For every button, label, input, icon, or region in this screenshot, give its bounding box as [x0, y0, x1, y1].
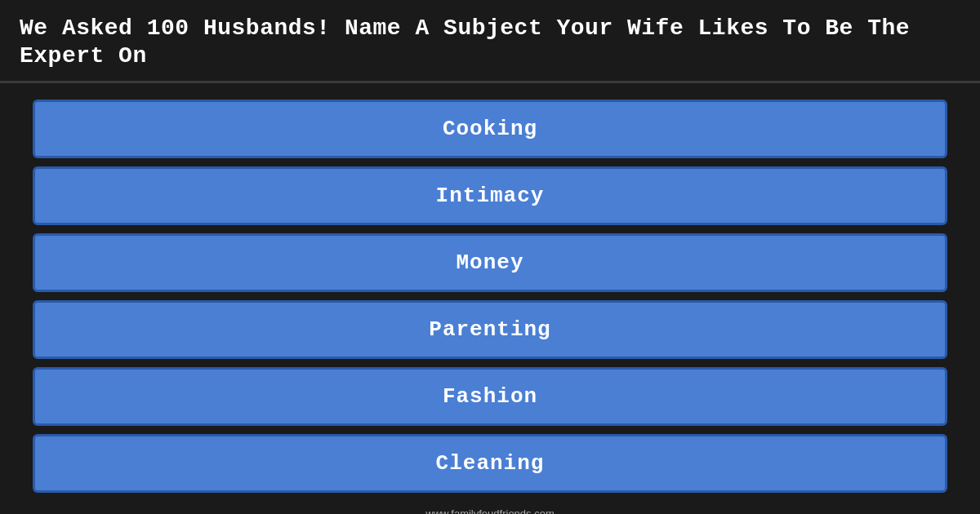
answer-button-3[interactable]: Money: [33, 233, 947, 292]
header: We Asked 100 Husbands! Name A Subject Yo…: [0, 0, 980, 83]
footer: www.familyfeudfriends.com: [0, 501, 980, 514]
page-title: We Asked 100 Husbands! Name A Subject Yo…: [20, 15, 960, 69]
answer-button-4[interactable]: Parenting: [33, 300, 947, 359]
answers-container: CookingIntimacyMoneyParentingFashionClea…: [0, 83, 980, 501]
answer-button-6[interactable]: Cleaning: [33, 434, 947, 493]
answer-button-1[interactable]: Cooking: [33, 100, 947, 158]
answer-button-5[interactable]: Fashion: [33, 367, 947, 426]
answer-button-2[interactable]: Intimacy: [33, 166, 947, 225]
footer-url: www.familyfeudfriends.com: [425, 507, 555, 514]
